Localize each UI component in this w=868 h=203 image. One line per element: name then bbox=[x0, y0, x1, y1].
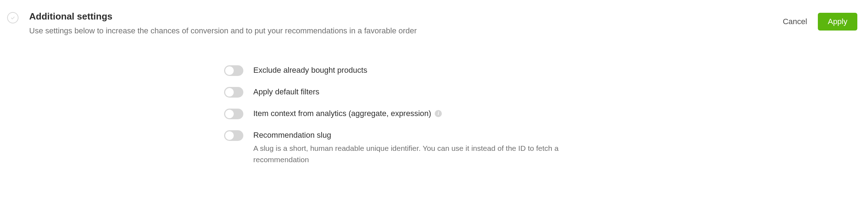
toggle-default-filters[interactable] bbox=[224, 87, 243, 98]
setting-label: Item context from analytics (aggregate, … bbox=[253, 108, 431, 119]
settings-header: Additional settings Use settings below t… bbox=[0, 0, 868, 37]
setting-item-context: Item context from analytics (aggregate, … bbox=[224, 108, 651, 119]
setting-label: Recommendation slug bbox=[253, 130, 331, 141]
setting-exclude-bought: Exclude already bought products bbox=[224, 65, 651, 76]
toggle-recommendation-slug[interactable] bbox=[224, 130, 243, 141]
info-icon[interactable]: i bbox=[435, 110, 442, 117]
cancel-button[interactable]: Cancel bbox=[781, 14, 808, 29]
section-subtitle: Use settings below to increase the chanc… bbox=[29, 26, 781, 37]
setting-label: Exclude already bought products bbox=[253, 65, 367, 76]
section-title: Additional settings bbox=[29, 11, 781, 23]
header-text-block: Additional settings Use settings below t… bbox=[29, 11, 781, 37]
settings-list: Exclude already bought products Apply de… bbox=[224, 65, 651, 165]
setting-recommendation-slug: Recommendation slug A slug is a short, h… bbox=[224, 130, 651, 165]
toggle-exclude-bought[interactable] bbox=[224, 65, 243, 76]
setting-default-filters: Apply default filters bbox=[224, 87, 651, 98]
header-actions: Cancel Apply bbox=[781, 13, 857, 31]
setting-label: Apply default filters bbox=[253, 87, 319, 98]
checkmark-circle-icon bbox=[7, 12, 18, 23]
toggle-item-context[interactable] bbox=[224, 109, 243, 119]
setting-description: A slug is a short, human readable unique… bbox=[253, 143, 616, 165]
apply-button[interactable]: Apply bbox=[818, 13, 857, 31]
